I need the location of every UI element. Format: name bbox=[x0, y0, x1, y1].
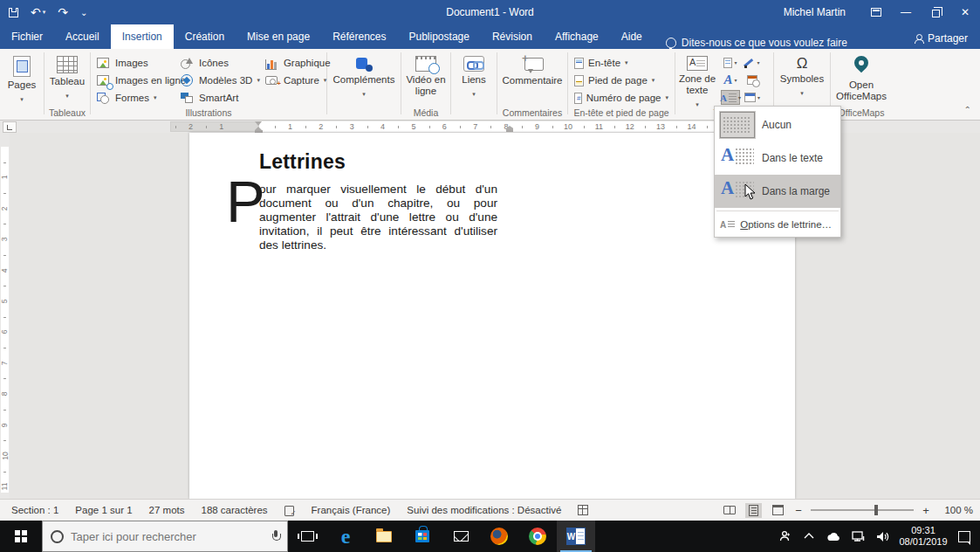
zoom-level[interactable]: 100 % bbox=[938, 505, 973, 515]
print-layout-button[interactable] bbox=[745, 503, 762, 518]
images-en-ligne-button[interactable]: Images en ligne bbox=[94, 72, 178, 89]
date-heure-button[interactable] bbox=[743, 72, 762, 87]
status-language[interactable]: Français (France) bbox=[312, 505, 391, 515]
menu-item-options-de-lettrine[interactable]: A Options de lettrine… bbox=[715, 214, 840, 235]
wordart-button[interactable]: A▾ bbox=[721, 72, 740, 87]
taskbar-word-active[interactable]: W bbox=[557, 521, 595, 552]
complements-button[interactable]: Compléments ▾ bbox=[327, 52, 401, 110]
tableau-label: Tableau bbox=[50, 76, 85, 87]
taskbar-chrome[interactable] bbox=[518, 521, 557, 552]
status-page[interactable]: Page 1 sur 1 bbox=[75, 505, 132, 515]
minimize-button[interactable]: — bbox=[891, 0, 921, 24]
menu-item-dans-le-texte[interactable]: A Dans le texte bbox=[715, 141, 840, 175]
undo-button[interactable]: ↶▾ bbox=[31, 6, 45, 18]
quickpart-button[interactable]: ▾ bbox=[721, 55, 740, 70]
zoom-slider[interactable] bbox=[811, 509, 914, 511]
numero-de-page-button[interactable]: Numéro de page▾ bbox=[572, 89, 671, 107]
tab-creation[interactable]: Création bbox=[174, 24, 236, 49]
web-layout-button[interactable] bbox=[770, 503, 786, 518]
taskbar-store[interactable] bbox=[403, 521, 442, 552]
tableau-button[interactable]: Tableau ▾ bbox=[45, 52, 90, 110]
tell-me-box[interactable]: Dites-nous ce que vous voulez faire bbox=[666, 37, 847, 49]
save-button[interactable] bbox=[9, 8, 18, 17]
onedrive-icon[interactable] bbox=[823, 521, 844, 552]
images-button[interactable]: Images bbox=[94, 54, 178, 72]
share-button[interactable]: Partager bbox=[915, 32, 968, 45]
formes-button[interactable]: Formes▾ bbox=[94, 89, 178, 107]
zone-de-texte-button[interactable]: Zone de texte ▾ bbox=[677, 52, 717, 110]
taskbar-clock[interactable]: 09:31 08/01/2019 bbox=[896, 525, 950, 548]
action-center-button[interactable] bbox=[954, 521, 975, 552]
zoom-out-button[interactable]: − bbox=[794, 504, 803, 517]
symboles-button[interactable]: Ω Symboles ▾ bbox=[774, 52, 830, 110]
pages-button[interactable]: Pages ▾ bbox=[0, 52, 44, 110]
objet-button[interactable]: ▾ bbox=[743, 90, 762, 105]
tab-publipostage[interactable]: Publipostage bbox=[398, 24, 481, 49]
pied-de-page-button[interactable]: Pied de page▾ bbox=[572, 72, 671, 89]
ribbon-display-options-icon bbox=[871, 8, 881, 17]
taskbar-search[interactable] bbox=[42, 521, 288, 552]
signature-button[interactable]: ▾ bbox=[743, 55, 762, 70]
status-tracking[interactable]: Suivi des modifications : Désactivé bbox=[407, 505, 561, 515]
liens-button[interactable]: Liens ▾ bbox=[451, 52, 497, 110]
tab-affichage[interactable]: Affichage bbox=[544, 24, 610, 49]
modeles-3d-button[interactable]: Modèles 3D▾ bbox=[178, 72, 263, 89]
dropcap-icon: A bbox=[720, 93, 737, 102]
quick-access-toolbar: ↶▾ ↷ ⌄ bbox=[9, 6, 88, 18]
status-words[interactable]: 27 mots bbox=[149, 505, 185, 515]
lettrine-button[interactable]: A▾ bbox=[721, 90, 740, 105]
tab-revision[interactable]: Révision bbox=[481, 24, 544, 49]
menu-item-aucun[interactable]: Aucun bbox=[715, 108, 840, 141]
task-view-button[interactable] bbox=[288, 521, 326, 552]
search-input[interactable] bbox=[71, 530, 245, 543]
taskbar-edge[interactable]: e bbox=[326, 521, 365, 552]
tab-accueil[interactable]: Accueil bbox=[54, 24, 111, 49]
close-button[interactable]: ✕ bbox=[950, 0, 980, 24]
tab-references[interactable]: Références bbox=[321, 24, 397, 49]
customize-quick-access-button[interactable]: ⌄ bbox=[80, 8, 88, 17]
tab-mise-en-page[interactable]: Mise en page bbox=[236, 24, 321, 49]
document-heading[interactable]: Lettrines bbox=[259, 150, 346, 174]
ribbon-display-options-button[interactable] bbox=[861, 0, 891, 24]
menu-item-dans-la-marge[interactable]: A Dans la marge bbox=[715, 175, 840, 208]
network-icon[interactable] bbox=[847, 521, 868, 552]
tab-fichier[interactable]: Fichier bbox=[0, 24, 54, 49]
tray-expand-button[interactable] bbox=[798, 521, 819, 552]
redo-button[interactable]: ↷ bbox=[58, 6, 68, 18]
taskbar-file-explorer[interactable] bbox=[365, 521, 403, 552]
document-page[interactable]: Lettrines P our marquer visuellement le … bbox=[189, 133, 795, 499]
read-mode-button[interactable] bbox=[721, 503, 737, 518]
capture-button[interactable]: Capture▾ bbox=[263, 72, 329, 89]
comment-icon bbox=[522, 56, 543, 72]
zoom-slider-thumb[interactable] bbox=[874, 505, 878, 515]
status-characters[interactable]: 188 caractères bbox=[201, 505, 267, 515]
first-line-indent-marker[interactable] bbox=[255, 121, 262, 126]
icones-button[interactable]: Icônes bbox=[178, 54, 263, 72]
taskbar-firefox[interactable] bbox=[480, 521, 518, 552]
tab-insertion[interactable]: Insertion bbox=[111, 24, 174, 49]
people-button[interactable] bbox=[774, 521, 795, 552]
quickpart-dropdown-icon: ▾ bbox=[734, 59, 737, 66]
start-button[interactable] bbox=[0, 521, 42, 552]
undo-icon: ↶ bbox=[31, 6, 41, 18]
en-tete-button[interactable]: En-tête▾ bbox=[572, 54, 671, 72]
video-en-ligne-button[interactable]: Vidéo en ligne bbox=[401, 52, 450, 110]
graphique-button[interactable]: Graphique bbox=[263, 54, 329, 72]
open-officemaps-button[interactable]: Open OfficeMaps bbox=[831, 52, 892, 110]
document-paragraph[interactable]: our marquer visuellement le début d'un d… bbox=[259, 183, 497, 252]
microphone-icon[interactable] bbox=[272, 530, 279, 542]
volume-icon[interactable] bbox=[872, 521, 893, 552]
proofing-icon[interactable] bbox=[284, 505, 295, 515]
status-section[interactable]: Section : 1 bbox=[11, 505, 58, 515]
zoom-in-button[interactable]: + bbox=[922, 504, 930, 517]
smartart-button[interactable]: SmartArt bbox=[178, 89, 263, 107]
macro-icon[interactable] bbox=[578, 505, 588, 515]
collapse-ribbon-button[interactable]: ⌃ bbox=[964, 105, 971, 114]
commentaire-button[interactable]: Commentaire bbox=[497, 52, 567, 110]
tab-aide[interactable]: Aide bbox=[610, 24, 654, 49]
taskbar-mail[interactable] bbox=[442, 521, 480, 552]
tab-stop-selector[interactable] bbox=[3, 121, 17, 133]
restore-button[interactable] bbox=[921, 0, 950, 24]
options-lettrine-label: Options de lettrine… bbox=[740, 219, 832, 230]
signed-in-user[interactable]: Michel Martin bbox=[784, 6, 846, 18]
